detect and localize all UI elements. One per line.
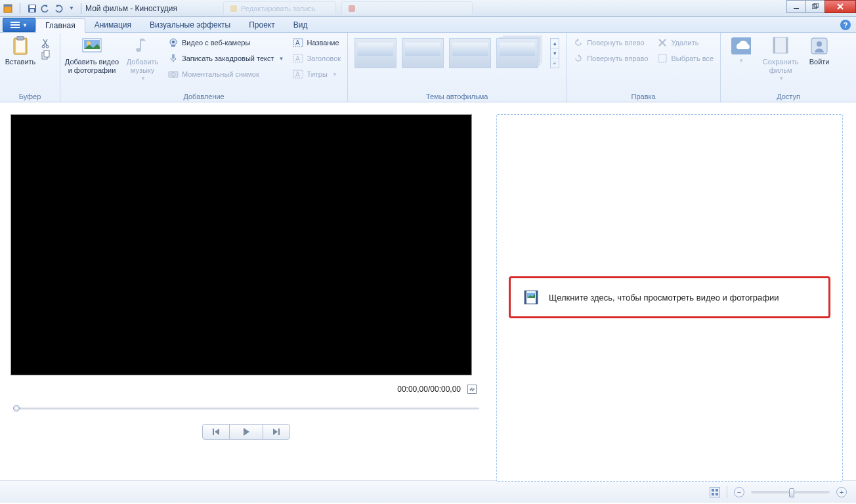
seek-bar[interactable] [13, 404, 479, 412]
qat-separator [20, 3, 20, 14]
preview-pane: 00:00,00/00:00,00 [0, 102, 492, 480]
tab-home[interactable]: Главная [35, 18, 85, 33]
theme-thumbnail[interactable] [402, 38, 444, 68]
svg-rect-42 [524, 291, 526, 304]
chevron-down-icon: ▼ [738, 58, 744, 64]
webcam-video-button[interactable]: Видео с веб-камеры [165, 35, 286, 50]
svg-point-17 [87, 41, 91, 45]
svg-rect-4 [30, 9, 34, 12]
select-all-button[interactable]: Выбрать все [654, 51, 716, 66]
minimize-button[interactable] [786, 0, 806, 13]
record-narration-button[interactable]: Записать закадровый текст ▼ [165, 51, 286, 66]
next-frame-button[interactable] [263, 424, 290, 440]
caption-text-icon: A [293, 53, 303, 64]
tab-project[interactable]: Проект [240, 18, 284, 32]
timeline-pane: Щелкните здесь, чтобы просмотреть видео … [492, 102, 856, 480]
seek-thumb[interactable] [13, 405, 20, 411]
svg-rect-39 [213, 429, 214, 435]
group-add: Добавить видео и фотографии Добавить муз… [60, 33, 348, 102]
rotate-left-button[interactable]: Повернуть влево [570, 35, 651, 50]
redo-icon[interactable] [53, 3, 64, 14]
play-button[interactable] [229, 424, 263, 440]
video-preview[interactable] [11, 114, 472, 375]
group-clipboard: Вставить Буфер [0, 33, 60, 102]
sign-in-button[interactable]: Войти [805, 35, 834, 66]
save-movie-button[interactable]: Сохранить фильм ▼ [760, 35, 801, 81]
chevron-down-icon: ▼ [22, 22, 28, 28]
undo-icon[interactable] [40, 3, 51, 14]
svg-rect-40 [278, 429, 280, 435]
help-icon[interactable]: ? [840, 20, 851, 30]
rotate-right-icon [573, 53, 584, 64]
music-note-icon [132, 35, 153, 56]
timeline-drop-area[interactable]: Щелкните здесь, чтобы просмотреть видео … [496, 114, 843, 482]
delete-icon [657, 37, 668, 48]
playback-controls [11, 424, 482, 440]
svg-rect-9 [16, 40, 25, 52]
cut-icon[interactable] [41, 38, 51, 49]
playback-time: 00:00,00/00:00,00 [397, 385, 461, 394]
menu-bars-icon [11, 22, 20, 28]
background-tab [341, 1, 473, 14]
add-videos-photos-button[interactable]: Добавить видео и фотографии [64, 35, 119, 74]
title-button[interactable]: A Название [290, 35, 343, 50]
ribbon: Вставить Буфер Добавить видео и фотограф… [0, 33, 856, 102]
gallery-expand-icon[interactable]: ≡ [551, 58, 559, 68]
zoom-out-button[interactable]: − [734, 487, 744, 497]
tab-visual-effects[interactable]: Визуальные эффекты [140, 18, 240, 32]
group-label-add: Добавление [64, 91, 343, 100]
browse-media-text: Щелкните здесь, чтобы просмотреть видео … [549, 293, 779, 303]
tab-animation[interactable]: Анимация [85, 18, 140, 32]
theme-thumbnail[interactable] [354, 38, 396, 68]
background-browser-tabs: Редактировать запись [223, 1, 473, 14]
qat-dropdown-icon[interactable]: ▼ [66, 3, 77, 14]
browse-media-callout[interactable]: Щелкните здесь, чтобы просмотреть видео … [509, 276, 830, 318]
caption-button[interactable]: A Заголовок [290, 51, 343, 66]
zoom-slider[interactable] [751, 491, 830, 494]
seek-track [13, 408, 479, 410]
chevron-down-icon: ▼ [779, 75, 784, 81]
svg-rect-10 [17, 36, 24, 40]
chevron-down-icon: ▼ [332, 72, 337, 77]
theme-thumbnail[interactable] [496, 38, 538, 68]
svg-text:A: A [295, 55, 300, 62]
file-menu-button[interactable]: ▼ [3, 18, 35, 32]
maximize-button[interactable] [805, 0, 825, 13]
chevron-down-icon[interactable]: ▼ [551, 49, 559, 58]
rotate-right-button[interactable]: Повернуть вправо [570, 51, 651, 66]
gallery-scroll[interactable]: ▲ ▼ ≡ [550, 38, 559, 68]
previous-frame-button[interactable] [202, 424, 230, 440]
zoom-in-button[interactable]: + [836, 487, 847, 497]
view-mode-thumbnails-icon[interactable] [710, 487, 720, 497]
group-editing: Повернуть влево Повернуть вправо Удалить… [567, 33, 721, 102]
status-separator [727, 486, 727, 498]
save-icon[interactable] [27, 3, 37, 14]
group-label-automovie: Темы автофильма [352, 91, 562, 100]
svg-rect-1 [4, 5, 12, 7]
filmstrip-icon [524, 290, 538, 304]
theme-gallery[interactable]: ▲ ▼ ≡ [352, 35, 562, 71]
chevron-up-icon[interactable]: ▲ [551, 39, 559, 49]
theme-thumbnail[interactable] [449, 38, 491, 68]
group-label-editing: Правка [570, 91, 716, 100]
webcam-icon [168, 37, 179, 48]
group-automovie-themes: ▲ ▼ ≡ Темы автофильма [348, 33, 567, 102]
title-separator [81, 3, 81, 14]
tab-view[interactable]: Вид [284, 18, 317, 32]
microphone-icon [168, 53, 179, 64]
svg-rect-43 [536, 291, 538, 304]
cloud-icon [730, 35, 751, 56]
paste-button[interactable]: Вставить [4, 35, 37, 66]
delete-button[interactable]: Удалить [654, 35, 716, 50]
add-music-button[interactable]: Добавить музыку ▼ [123, 35, 161, 81]
svg-rect-36 [786, 37, 788, 53]
credits-button[interactable]: A Титры ▼ [290, 67, 343, 81]
window-controls [787, 0, 856, 13]
snapshot-button[interactable]: Моментальный снимок [165, 67, 286, 81]
svg-rect-22 [172, 54, 175, 59]
cloud-share-button[interactable]: ▼ [725, 35, 756, 64]
svg-rect-32 [658, 54, 666, 62]
close-button[interactable] [824, 0, 856, 13]
copy-icon[interactable] [41, 50, 51, 60]
fullscreen-icon[interactable] [467, 385, 477, 394]
